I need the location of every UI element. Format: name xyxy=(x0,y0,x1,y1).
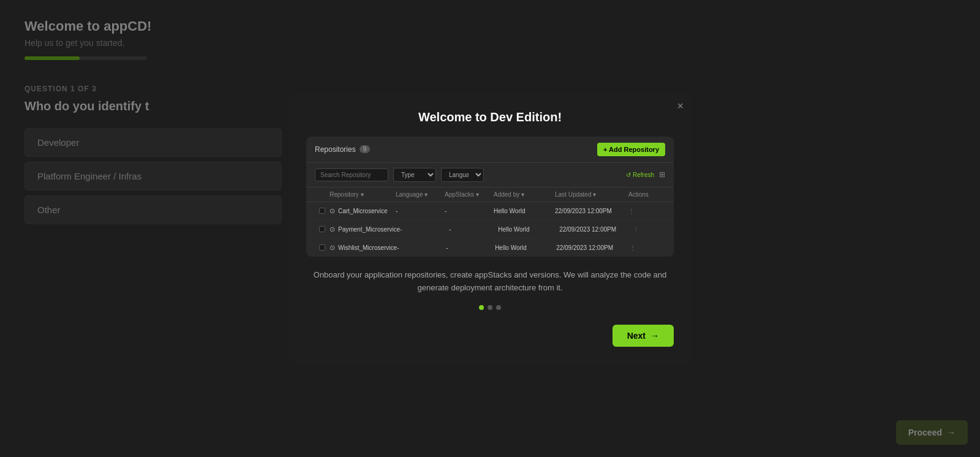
header-added-by: Added by ▾ xyxy=(494,191,555,198)
grid-view-button[interactable]: ⊞ xyxy=(659,170,665,179)
repo-header-left: Repositories 9 xyxy=(315,145,370,154)
header-repository: Repository ▾ xyxy=(330,191,396,198)
next-label: Next xyxy=(627,331,646,341)
next-arrow: → xyxy=(650,331,659,341)
repo-language: - xyxy=(397,244,446,251)
language-filter[interactable]: Language xyxy=(441,168,484,182)
table-row: ⊙ Payment_Microservice - - Hello World 2… xyxy=(306,221,674,239)
github-icon: ⊙ xyxy=(330,225,335,233)
header-last-updated: Last Updated ▾ xyxy=(555,191,628,198)
modal-title: Welcome to Dev Edition! xyxy=(306,110,674,124)
github-icon: ⊙ xyxy=(330,207,335,215)
repo-name: ⊙ Payment_Microservice xyxy=(330,225,400,233)
table-row: ⊙ Cart_Microservice - - Hello World 22/0… xyxy=(306,202,674,221)
next-button[interactable]: Next → xyxy=(612,325,674,347)
repo-last-updated: 22/09/2023 12:00PM xyxy=(555,208,628,214)
refresh-label: Refresh xyxy=(633,172,654,178)
dot-1 xyxy=(479,305,484,310)
add-repo-button[interactable]: + Add Repository xyxy=(597,143,665,156)
repo-preview: Repositories 9 + Add Repository Type Lan… xyxy=(306,137,674,257)
repo-count-badge: 9 xyxy=(360,145,371,153)
repo-actions[interactable]: ⋮ xyxy=(633,226,669,233)
repo-appstacks: - xyxy=(449,226,498,233)
modal-overlay: × Welcome to Dev Edition! Repositories 9… xyxy=(0,0,980,457)
row-checkbox[interactable] xyxy=(315,226,330,232)
repo-added-by: Hello World xyxy=(498,226,559,233)
repo-appstacks: - xyxy=(446,244,495,251)
repo-language: - xyxy=(396,208,445,214)
repo-name-label: Wishlist_Microservice xyxy=(338,244,397,251)
modal-close-button[interactable]: × xyxy=(677,100,684,111)
refresh-icon: ↺ xyxy=(626,172,631,178)
header-actions: Actions xyxy=(628,191,665,198)
repo-table-header: Repository ▾ Language ▾ AppStacks ▾ Adde… xyxy=(306,187,674,202)
repo-name-label: Cart_Microservice xyxy=(338,208,388,214)
dot-2 xyxy=(488,305,492,310)
repo-last-updated: 22/09/2023 12:00PM xyxy=(559,226,633,233)
repo-actions[interactable]: ⋮ xyxy=(628,208,665,214)
modal-description: Onboard your application repositories, c… xyxy=(306,269,674,295)
header-language: Language ▾ xyxy=(396,191,445,198)
refresh-button[interactable]: ↺ Refresh xyxy=(626,172,654,178)
search-input[interactable] xyxy=(315,168,388,181)
row-checkbox[interactable] xyxy=(315,244,330,251)
repo-added-by: Hello World xyxy=(494,208,555,214)
dot-3 xyxy=(496,305,501,310)
repo-language: - xyxy=(400,226,449,233)
type-filter[interactable]: Type xyxy=(393,168,436,182)
header-checkbox xyxy=(315,191,330,198)
modal: × Welcome to Dev Edition! Repositories 9… xyxy=(288,92,692,366)
repo-name-label: Payment_Microservice xyxy=(338,226,400,233)
repo-appstacks: - xyxy=(445,208,494,214)
repo-added-by: Hello World xyxy=(495,244,556,251)
dots-indicator xyxy=(306,305,674,310)
repo-name: ⊙ Wishlist_Microservice xyxy=(330,244,397,252)
header-appstacks: AppStacks ▾ xyxy=(445,191,494,198)
github-icon: ⊙ xyxy=(330,244,335,252)
row-checkbox[interactable] xyxy=(315,208,330,214)
repo-header: Repositories 9 + Add Repository xyxy=(306,137,674,163)
repo-actions[interactable]: ⋮ xyxy=(630,244,666,251)
repo-last-updated: 22/09/2023 12:00PM xyxy=(556,244,630,251)
repo-name: ⊙ Cart_Microservice xyxy=(330,207,396,215)
repo-section-label: Repositories xyxy=(315,145,356,154)
repo-filters: Type Language ↺ Refresh ⊞ xyxy=(306,163,674,187)
table-row: ⊙ Wishlist_Microservice - - Hello World … xyxy=(306,239,674,257)
